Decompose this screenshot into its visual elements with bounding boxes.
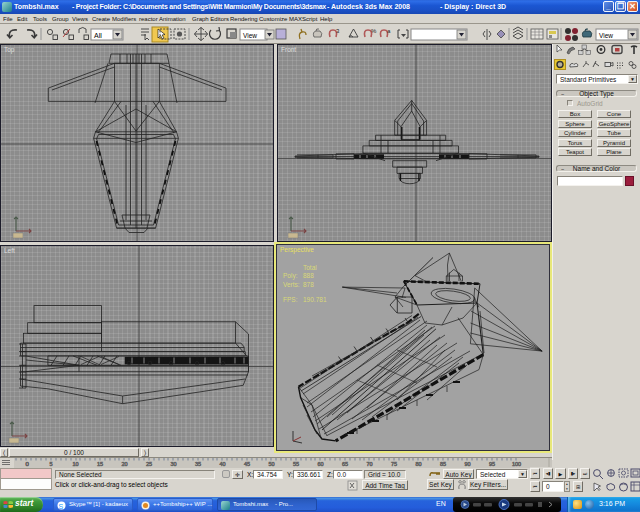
svg-text:95: 95: [489, 461, 495, 467]
svg-text:40: 40: [219, 461, 225, 467]
svg-text:a: a: [387, 28, 391, 35]
svg-text:888: 888: [303, 272, 314, 279]
svg-text:S: S: [59, 503, 64, 510]
svg-text:5: 5: [49, 461, 52, 467]
svg-text:3: 3: [336, 28, 340, 34]
svg-text:10: 10: [72, 461, 78, 467]
svg-text:65: 65: [342, 461, 348, 467]
svg-text:85: 85: [440, 461, 446, 467]
svg-text:%: %: [371, 28, 377, 34]
svg-text:FPS:: FPS:: [283, 296, 298, 303]
svg-text:25: 25: [146, 461, 152, 467]
svg-text:75: 75: [391, 461, 397, 467]
svg-text:50: 50: [268, 461, 274, 467]
svg-text:80: 80: [415, 461, 421, 467]
svg-text:Total: Total: [303, 264, 317, 271]
svg-text:70: 70: [366, 461, 372, 467]
svg-text:55: 55: [293, 461, 299, 467]
svg-text:90: 90: [464, 461, 470, 467]
svg-text:100: 100: [512, 461, 521, 467]
svg-text:45: 45: [244, 461, 250, 467]
svg-text:0: 0: [26, 461, 30, 467]
svg-text:All: All: [94, 32, 102, 39]
svg-text:35: 35: [195, 461, 201, 467]
svg-text:Poly:: Poly:: [283, 272, 298, 280]
svg-text:30: 30: [170, 461, 176, 467]
svg-text:View: View: [243, 32, 257, 39]
svg-text:Verts:: Verts:: [283, 281, 300, 288]
svg-text:60: 60: [317, 461, 323, 467]
svg-text:15: 15: [97, 461, 103, 467]
svg-text:190.781: 190.781: [303, 296, 327, 303]
svg-text:878: 878: [303, 281, 314, 288]
svg-text:20: 20: [121, 461, 127, 467]
svg-text:View: View: [599, 32, 613, 39]
